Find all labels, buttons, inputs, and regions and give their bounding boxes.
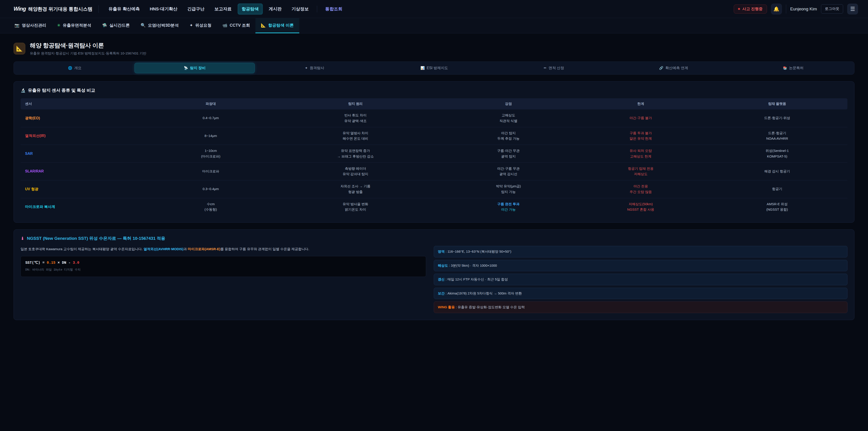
nav-item-0[interactable]: 유출유 확산예측 — [104, 3, 144, 15]
column-header: 한계 — [575, 98, 707, 110]
table-cell: 구름 투과 불가얇은 유막 한계 — [575, 127, 707, 145]
bell-icon: 🔔 — [774, 6, 779, 12]
info-row-label: 해상도 — [438, 264, 448, 267]
info-row-value: : 유출유 증발·유상화·점도변화 모델 수온 입력 — [455, 305, 525, 309]
triangle-ruler-icon: 📐 — [261, 23, 266, 28]
formula-coef: 0.15 — [47, 261, 55, 265]
table-cell: 유막 열방사 차이해수면 온도 대비 — [269, 127, 442, 145]
globe-icon: 🌐 — [68, 66, 72, 70]
table-row: 광학(EO)0.4~0.7μm반사 휘도 차이유막 광택·색조고해상도직관적 식… — [21, 110, 847, 127]
main-nav: 유출유 확산예측HNS·대기확산긴급구난보고자료항공탐색게시판기상정보통합조회 — [104, 3, 734, 15]
section-tabbar: 🌐개요📡탐지 장비✦원격탐사📊ESI 방제지도✏면적 산정🔗확산예측 연계📚논문… — [13, 61, 855, 74]
ngsst-info-row-2: 갱신 : 매일 12시 FTP 자동수신 · 최근 5일 합성 — [434, 274, 847, 285]
link-icon: 🔗 — [659, 66, 663, 70]
page-header-text: 해양 항공탐색·원격탐사 이론 유출유 원격탐지·항공감시 기법·ESI 방제정… — [30, 41, 146, 56]
table-cell: 8~14μm — [153, 127, 269, 145]
subnav-item-5[interactable]: 📹CCTV 조회 — [217, 18, 255, 33]
tab-label: 논문특허 — [789, 66, 804, 70]
table-cell: 위성(Sentinel-1KOMPSAT-5) — [707, 145, 847, 163]
formula-offset: 3.0 — [73, 261, 79, 265]
tab-3[interactable]: 📊ESI 방제지도 — [374, 63, 494, 73]
table-cell: 야간·구름 불가 — [575, 110, 707, 127]
nav-item-6[interactable]: 기상정보 — [287, 3, 313, 15]
drone-icon: 🛸 — [102, 23, 107, 28]
table-cell: 구름·야간 무관광역 탐지 — [442, 145, 575, 163]
hamburger-icon: ☰ — [850, 6, 855, 12]
tab-0[interactable]: 🌐개요 — [15, 63, 134, 73]
nav-item-3[interactable]: 보고자료 — [211, 3, 236, 15]
table-row: SAR1~10cm(마이크로파)유막 표면장력 증가→ 브래그 후방산란 감소구… — [21, 145, 847, 163]
sensor-name-cell: SAR — [21, 145, 153, 163]
tab-5[interactable]: 🔗확산예측 연계 — [614, 63, 733, 73]
page-header: 📐 해양 항공탐색·원격탐사 이론 유출유 원격탐지·항공감시 기법·ESI 방… — [13, 41, 855, 56]
ngsst-description: 일본 토호쿠대학 Kawamura 교수팀이 제공하는 북서태평양 광역 수온자… — [21, 246, 426, 252]
tab-label: ESI 방제지도 — [427, 66, 448, 70]
nav-item-4[interactable]: 항공탐색 — [238, 3, 263, 15]
topbar-right: 사고 진행중 🔔 Eunjeong Kim 로그아웃 ☰ — [734, 4, 858, 14]
tab-label: 확산예측 연계 — [665, 66, 688, 70]
sub-navbar: 📷영상사진관리✳유출유면적분석🛸실시간드론🔍오염/선박3D분석✦위성요청📹CCT… — [0, 18, 868, 33]
subnav-item-6[interactable]: 📐항공탐색 이론 — [255, 18, 299, 33]
table-cell: 마이크로파 — [153, 162, 269, 180]
column-header: 탑재 플랫폼 — [707, 98, 847, 110]
tab-1[interactable]: 📡탐지 장비 — [134, 63, 254, 73]
table-cell: 구름 완전 투과야간 가능 — [442, 198, 575, 216]
column-header: 강점 — [442, 98, 575, 110]
info-row-label: WING 활용 — [438, 305, 455, 309]
nav-item-5[interactable]: 게시판 — [265, 3, 286, 15]
ngsst-highlight-mw: 마이크로파(AMSR-E) — [188, 247, 220, 251]
subnav-item-label: 실시간드론 — [110, 23, 130, 28]
sst-formula-note: DN: 바이너리 파일 1byte 디지털 수치 — [25, 268, 421, 272]
info-row-label: 영역 — [438, 249, 445, 253]
sensor-table-header: 센서파장대탐지 원리강점한계탑재 플랫폼 — [21, 98, 847, 110]
tab-4[interactable]: ✏면적 산정 — [494, 63, 614, 73]
tab-6[interactable]: 📚논문특허 — [734, 63, 853, 73]
sst-formula: SST(℃) = 0.15 × DN - 3.0 — [25, 260, 421, 265]
nav-item-1[interactable]: HNS·대기확산 — [146, 3, 181, 15]
ngsst-title-text: NGSST (New Generation SST) 위성 수온자료 — 특허 … — [27, 236, 165, 241]
subnav-item-label: 영상사진관리 — [22, 23, 46, 28]
table-cell: 항공기 탑재 전용저해상도 — [575, 162, 707, 180]
table-cell: 반사 휘도 차이유막 광택·색조 — [269, 110, 442, 127]
nav-item-7[interactable]: 통합조회 — [321, 3, 346, 15]
table-cell: 저해상도(50km)NGSST 혼합 사용 — [575, 198, 707, 216]
table-cell: 유막 표면장력 증가→ 브래그 후방산란 감소 — [269, 145, 442, 163]
subnav-item-2[interactable]: 🛸실시간드론 — [97, 18, 135, 33]
ngsst-body: 일본 토호쿠대학 Kawamura 교수팀이 제공하는 북서태평양 광역 수온자… — [21, 246, 847, 313]
subnav-item-4[interactable]: ✦위성요청 — [184, 18, 217, 33]
subnav-item-label: 항공탐색 이론 — [268, 23, 294, 28]
table-cell: 측방향 레이더유막 감쇠대 탐지 — [269, 162, 442, 180]
table-cell: 0.3~0.4μm — [153, 180, 269, 198]
subnav-item-0[interactable]: 📷영상사진관리 — [9, 18, 52, 33]
sensor-section-title-text: 유출유 탐지 센서 종류 및 특성 비교 — [28, 88, 95, 93]
logout-button[interactable]: 로그아웃 — [821, 4, 843, 13]
page-title: 해양 항공탐색·원격탐사 이론 — [30, 41, 146, 50]
incident-status-badge[interactable]: 사고 진행중 — [734, 4, 767, 13]
info-row-value: : 3분(약 5km) · 격자 1000×1000 — [448, 264, 497, 267]
subnav-item-3[interactable]: 🔍오염/선박3D분석 — [135, 18, 184, 33]
sst-formula-block: SST(℃) = 0.15 × DN - 3.0 DN: 바이너리 파일 1by… — [21, 256, 426, 277]
table-cell: 해경 감시 항공기 — [707, 162, 847, 180]
info-row-value: : 116~166°E, 13~63°N (북서태평양 50×50°) — [445, 249, 511, 253]
ngsst-info-row-1: 해상도 : 3분(약 5km) · 격자 1000×1000 — [434, 260, 847, 271]
ngsst-card: 🌡 NGSST (New Generation SST) 위성 수온자료 — 특… — [13, 229, 855, 320]
incident-badge-label: 사고 진행중 — [742, 6, 763, 11]
subnav-item-1[interactable]: ✳유출유면적분석 — [52, 18, 96, 33]
user-divider — [786, 4, 786, 13]
app-logo[interactable]: Wing 해양환경 위기대응 통합시스템 — [13, 6, 92, 12]
satellite-request-icon: ✦ — [190, 23, 193, 28]
notification-button[interactable]: 🔔 — [771, 4, 782, 14]
hamburger-menu-button[interactable]: ☰ — [847, 4, 858, 14]
table-cell: 유막 방사율 변화밝기온도 차이 — [269, 198, 442, 216]
nav-item-2[interactable]: 긴급구난 — [183, 3, 209, 15]
area-analysis-icon: ✳ — [57, 23, 60, 28]
tab-label: 면적 산정 — [549, 66, 564, 70]
pencil-icon: ✏ — [544, 66, 547, 70]
table-cell: 드론·항공기·위성 — [707, 110, 847, 127]
table-cell: 유사 픽처 오탐고해상도 한계 — [575, 145, 707, 163]
table-row: SLAR/RAR마이크로파측방향 레이더유막 감쇠대 탐지야간·구름 무관광역 … — [21, 162, 847, 180]
ngsst-title: 🌡 NGSST (New Generation SST) 위성 수온자료 — 특… — [21, 236, 847, 241]
antenna-icon: 📡 — [184, 66, 188, 70]
tab-2[interactable]: ✦원격탐사 — [255, 63, 374, 73]
ngsst-left-column: 일본 토호쿠대학 Kawamura 교수팀이 제공하는 북서태평양 광역 수온자… — [21, 246, 426, 313]
